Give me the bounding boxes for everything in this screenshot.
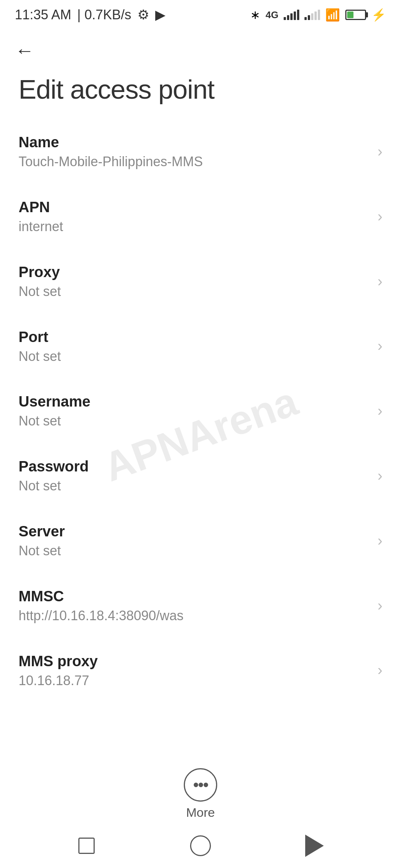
bar2: [287, 15, 289, 20]
signal-bars-1: [284, 10, 299, 20]
chevron-right-icon: ›: [378, 402, 382, 419]
back-icon: [305, 835, 324, 857]
nav-recent-button[interactable]: [72, 831, 101, 861]
bluetooth-icon: ∗: [250, 8, 260, 22]
bar5: [297, 10, 299, 20]
battery-icon: [345, 10, 366, 20]
chevron-right-icon: ›: [378, 597, 382, 614]
settings-item-mms-proxy-content: MMS proxy 10.16.18.77: [19, 651, 370, 690]
more-button[interactable]: ••• More: [184, 768, 217, 820]
settings-list: Name Touch-Mobile-Philippines-MMS › APN …: [0, 119, 401, 703]
page-title: Edit access point: [0, 68, 401, 119]
settings-item-password-content: Password Not set: [19, 457, 370, 495]
wifi-icon: 📶: [325, 8, 340, 22]
charge-icon: ⚡: [371, 8, 386, 22]
bar2: [308, 15, 310, 20]
settings-item-username-label: Username: [19, 392, 370, 411]
settings-item-proxy-value: Not set: [19, 283, 370, 300]
settings-item-server[interactable]: Server Not set ›: [0, 508, 401, 573]
network-4g-icon: 4G: [265, 9, 278, 21]
status-left: 11:35 AM | 0.7KB/s ⚙ ▶: [15, 7, 166, 23]
bar4: [314, 11, 317, 20]
chevron-right-icon: ›: [378, 467, 382, 484]
bar5: [318, 10, 320, 20]
settings-item-name-value: Touch-Mobile-Philippines-MMS: [19, 153, 370, 171]
chevron-right-icon: ›: [378, 143, 382, 160]
settings-item-name[interactable]: Name Touch-Mobile-Philippines-MMS ›: [0, 119, 401, 184]
speed-display: | 0.7KB/s: [77, 7, 131, 23]
status-bar: 11:35 AM | 0.7KB/s ⚙ ▶ ∗ 4G 📶 ⚡: [0, 0, 401, 30]
chevron-right-icon: ›: [378, 662, 382, 678]
bar3: [311, 13, 313, 20]
bar1: [304, 17, 307, 20]
bar1: [284, 17, 286, 20]
more-circle-icon: •••: [184, 768, 217, 802]
settings-item-server-content: Server Not set: [19, 522, 370, 560]
settings-item-proxy-content: Proxy Not set: [19, 262, 370, 300]
settings-item-username-content: Username Not set: [19, 392, 370, 430]
settings-item-password-value: Not set: [19, 477, 370, 495]
settings-item-port-value: Not set: [19, 348, 370, 365]
top-bar: ←: [0, 30, 401, 68]
bar4: [294, 11, 296, 20]
settings-item-proxy[interactable]: Proxy Not set ›: [0, 249, 401, 314]
settings-item-port-content: Port Not set: [19, 327, 370, 365]
status-right: ∗ 4G 📶 ⚡: [250, 8, 386, 22]
settings-icon: ⚙: [137, 7, 149, 23]
settings-item-mmsc-content: MMSC http://10.16.18.4:38090/was: [19, 586, 370, 625]
nav-bar: [0, 823, 401, 868]
settings-item-apn-value: internet: [19, 218, 370, 236]
settings-item-mms-proxy[interactable]: MMS proxy 10.16.18.77 ›: [0, 638, 401, 703]
settings-item-apn-content: APN internet: [19, 197, 370, 236]
settings-item-proxy-label: Proxy: [19, 262, 370, 282]
chevron-right-icon: ›: [378, 273, 382, 290]
time-display: 11:35 AM: [15, 7, 71, 23]
settings-item-name-content: Name Touch-Mobile-Philippines-MMS: [19, 132, 370, 171]
settings-item-username-value: Not set: [19, 412, 370, 430]
video-icon: ▶: [155, 7, 166, 23]
settings-item-mms-proxy-label: MMS proxy: [19, 651, 370, 671]
chevron-right-icon: ›: [378, 338, 382, 354]
settings-item-apn-label: APN: [19, 197, 370, 217]
settings-item-mmsc[interactable]: MMSC http://10.16.18.4:38090/was ›: [0, 573, 401, 638]
chevron-right-icon: ›: [378, 532, 382, 549]
ellipsis-icon: •••: [193, 776, 208, 794]
settings-item-password[interactable]: Password Not set ›: [0, 443, 401, 508]
home-icon: [190, 835, 211, 856]
recent-apps-icon: [78, 838, 95, 854]
signal-bars-2: [304, 10, 320, 20]
settings-item-mmsc-label: MMSC: [19, 586, 370, 606]
nav-home-button[interactable]: [186, 831, 215, 861]
chevron-right-icon: ›: [378, 208, 382, 225]
back-button[interactable]: ←: [15, 41, 34, 60]
settings-item-name-label: Name: [19, 132, 370, 152]
settings-item-mmsc-value: http://10.16.18.4:38090/was: [19, 607, 370, 625]
settings-item-port-label: Port: [19, 327, 370, 346]
settings-item-username[interactable]: Username Not set ›: [0, 378, 401, 443]
bar3: [290, 13, 293, 20]
nav-back-button[interactable]: [300, 831, 329, 861]
more-label: More: [186, 805, 215, 820]
settings-item-mms-proxy-value: 10.16.18.77: [19, 672, 370, 690]
settings-item-apn[interactable]: APN internet ›: [0, 184, 401, 249]
settings-item-server-value: Not set: [19, 542, 370, 560]
settings-item-port[interactable]: Port Not set ›: [0, 314, 401, 379]
battery-fill: [347, 11, 353, 18]
settings-item-server-label: Server: [19, 522, 370, 541]
settings-item-password-label: Password: [19, 457, 370, 476]
